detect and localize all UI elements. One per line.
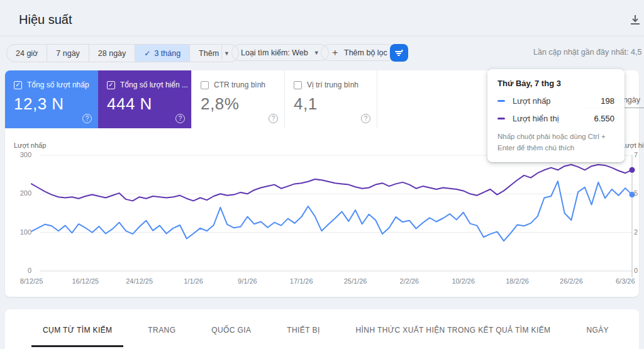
tab-search-appearance[interactable]: HÌNH THỨC XUẤT HIỆN TRONG KẾT QUẢ TÌM KI…: [345, 314, 562, 347]
range-7d-button[interactable]: 7 ngày: [47, 45, 89, 62]
search-type-button[interactable]: Loại tìm kiếm: Web▼: [231, 44, 329, 61]
metric-card-clicks[interactable]: ✓Tổng số lượt nhấp 12,3 N ?: [5, 70, 98, 128]
impressions-line: [31, 165, 632, 201]
clicks-line: [31, 181, 632, 241]
tab-devices[interactable]: THIẾT BỊ: [275, 314, 331, 347]
tooltip-label: Lượt nhấp: [513, 96, 601, 106]
metric-value: 2,8%: [201, 94, 284, 114]
right-axis-tick: 0: [634, 267, 638, 274]
filter-sparkle-icon: [394, 48, 404, 57]
checkbox-unchecked-icon[interactable]: [201, 81, 209, 89]
clicks-series-swatch: [497, 100, 505, 102]
x-axis-label: 25/1/26: [330, 277, 380, 285]
tab-queries[interactable]: CỤM TỪ TÌM KIẾM: [31, 314, 123, 347]
x-axis-label: 9/1/26: [222, 277, 272, 285]
help-icon[interactable]: ?: [269, 114, 278, 123]
download-icon[interactable]: [630, 14, 644, 27]
impressions-series-swatch: [497, 118, 505, 120]
tooltip-value: 198: [601, 96, 614, 106]
check-icon: ✓: [144, 49, 150, 58]
divider: [221, 45, 222, 60]
x-axis-label: 6/3/26: [600, 277, 644, 285]
tab-dates[interactable]: NGÀY: [575, 314, 620, 347]
checkbox-checked-icon[interactable]: ✓: [14, 81, 22, 89]
x-axis-label: 1/1/26: [169, 277, 219, 285]
compare-filter-button[interactable]: [390, 44, 408, 62]
metric-label: Tổng số lượt nhấp: [27, 80, 89, 89]
tooltip-hint: Nhấp chuột phải hoặc dùng Ctrl + Enter đ…: [497, 131, 614, 154]
chevron-down-icon: ▼: [224, 50, 230, 57]
dimension-tabs-bar: CỤM TỪ TÌM KIẾM TRANG QUỐC GIA THIẾT BỊ …: [5, 309, 639, 349]
tooltip-label: Lượt hiển thị: [513, 114, 594, 123]
tooltip-row-clicks: Lượt nhấp 198: [497, 96, 614, 106]
header-divider: [0, 36, 644, 36]
x-axis-label: 26/2/26: [546, 277, 596, 285]
metric-card-position[interactable]: Vị trí trung bình 4,1 ?: [284, 70, 377, 128]
tab-countries[interactable]: QUỐC GIA: [200, 314, 262, 347]
x-axis-label: 8/12/25: [6, 277, 57, 285]
left-axis-tick: 300: [11, 151, 31, 158]
checkbox-unchecked-icon[interactable]: [294, 81, 302, 89]
metric-card-impressions[interactable]: ✓Tổng số lượt hiển ... 444 N ?: [98, 70, 191, 128]
help-icon[interactable]: ?: [175, 114, 185, 123]
metric-label: CTR trung bình: [214, 80, 265, 89]
chart-tooltip: Thứ Bảy, 7 thg 3 Lượt nhấp 198 Lượt hiển…: [487, 69, 625, 162]
range-24h-button[interactable]: 24 giờ: [7, 45, 47, 62]
chevron-down-icon: ▼: [314, 50, 319, 56]
right-axis-tick: 2: [634, 228, 638, 236]
x-axis-label: 18/2/26: [492, 277, 543, 285]
performance-line-chart[interactable]: [0, 140, 644, 297]
metric-label: Tổng số lượt hiển ...: [120, 80, 188, 89]
metric-value: 4,1: [294, 94, 377, 114]
x-axis-label: 24/12/25: [114, 277, 165, 285]
date-range-segmented-control: 24 giờ 7 ngày 28 ngày ✓3 tháng Thêm▼: [6, 44, 239, 62]
filter-bar: 24 giờ 7 ngày 28 ngày ✓3 tháng Thêm▼ Loạ…: [0, 44, 644, 61]
left-axis-tick: 0: [11, 267, 31, 274]
page-title: Hiệu suất: [19, 13, 72, 27]
tooltip-row-impressions: Lượt hiển thị 6.550: [497, 114, 614, 123]
tab-pages[interactable]: TRANG: [136, 314, 187, 347]
metric-card-ctr[interactable]: CTR trung bình 2,8% ?: [191, 70, 284, 128]
metric-label: Vị trí trung bình: [307, 80, 358, 89]
help-icon[interactable]: ?: [361, 114, 370, 123]
checkbox-checked-icon[interactable]: ✓: [107, 81, 115, 89]
range-28d-button[interactable]: 28 ngày: [89, 45, 135, 62]
left-axis-tick: 200: [11, 189, 31, 197]
x-axis-label: 16/12/25: [60, 277, 111, 285]
metric-value: 12,3 N: [14, 94, 98, 114]
tooltip-date: Thứ Bảy, 7 thg 3: [497, 79, 614, 88]
x-axis-label: 2/2/26: [384, 277, 435, 285]
tooltip-value: 6.550: [594, 114, 614, 123]
last-updated-text: Lần cập nhật gần đây nhất: 4,5: [533, 48, 644, 57]
left-axis-tick: 100: [11, 228, 31, 236]
impressions-end-dot: [630, 167, 635, 173]
right-axis-tick: 7: [634, 151, 638, 158]
metric-value: 444 N: [107, 94, 191, 114]
add-filter-button[interactable]: ＋Thêm bộ lọc: [321, 44, 397, 61]
x-axis-label: 10/2/26: [438, 277, 489, 285]
range-3m-button[interactable]: ✓3 tháng: [135, 45, 189, 62]
plus-icon: ＋: [330, 47, 340, 58]
x-axis-label: 17/1/26: [276, 277, 326, 285]
right-axis-tick: 5: [634, 189, 638, 197]
help-icon[interactable]: ?: [82, 114, 92, 123]
